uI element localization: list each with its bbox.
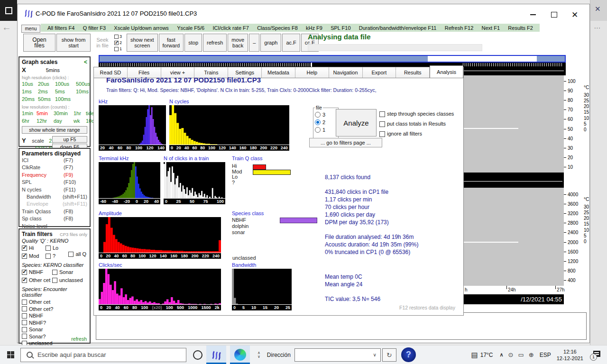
xscale-link[interactable]: 6hr <box>22 117 37 125</box>
deskband-chevrons[interactable]: ∧∨ <box>258 351 260 359</box>
menu-item[interactable]: SPL F10 <box>331 25 350 31</box>
file-radio[interactable]: 2 <box>315 118 337 126</box>
xscale-link[interactable]: day <box>54 117 74 125</box>
menu-item[interactable]: Next F1 <box>482 25 500 31</box>
xscale-link[interactable]: 1ms <box>22 88 38 95</box>
xscale-link[interactable]: 10us <box>22 80 38 88</box>
titlebar[interactable]: C-POD file FaroSanIsidro 2021 12 07 POD2… <box>18 4 589 22</box>
toolbar-button[interactable]: fast forward <box>159 34 184 52</box>
filter-checkbox[interactable]: Other cet <box>22 277 52 284</box>
weather-temperature[interactable]: 17°C <box>480 352 493 358</box>
option-checkbox[interactable]: ignore all filters <box>379 130 454 137</box>
go-to-filters-button[interactable]: ... go to filters page ... <box>309 138 382 147</box>
analyze-button[interactable]: Analyze <box>336 109 377 136</box>
maximize-button[interactable] <box>547 10 561 19</box>
start-button[interactable] <box>7 351 14 358</box>
menu-item[interactable]: Q filter F3 <box>83 25 106 31</box>
menu-item[interactable]: Duration/bandwidth/envelope F11 <box>359 25 437 31</box>
option-checkbox[interactable]: put class totals in Results <box>379 120 454 127</box>
refresh-link[interactable]: refresh <box>71 336 87 342</box>
restore-window-icon[interactable] <box>5 7 12 14</box>
xscale-link[interactable]: 1hr <box>74 109 86 117</box>
power-tray-icon[interactable]: ▭ <box>518 351 524 358</box>
menu-item[interactable]: kHz F9 <box>306 25 322 31</box>
toolbar-button[interactable]: refresh <box>203 34 227 52</box>
filter-checkbox[interactable]: unclassed <box>52 277 87 284</box>
filter-checkbox[interactable]: Mod <box>22 253 46 260</box>
toolbar-button[interactable]: show next screen <box>127 34 158 52</box>
filter-checkbox[interactable]: Other cet <box>22 299 87 306</box>
taskbar-search-input[interactable]: Escribe aquí para buscar <box>20 348 186 362</box>
close-button[interactable]: ✕ <box>568 10 582 19</box>
filter-checkbox[interactable]: NBHF? <box>22 319 87 327</box>
filter-checkbox[interactable]: Hi <box>22 245 46 252</box>
more-options-icon[interactable]: ... <box>594 23 601 30</box>
refresh-button[interactable]: ↻ <box>382 348 396 362</box>
file-select-checkbox[interactable]: 3 <box>114 34 126 39</box>
file-select-checkbox[interactable]: 1 <box>114 46 126 52</box>
sync-tray-icon[interactable]: ⊙ <box>508 351 514 358</box>
menu-button[interactable]: menu <box>21 25 40 33</box>
filter-checkbox[interactable]: Other cet? <box>22 306 87 313</box>
parameter-row[interactable]: ICI(F7) <box>22 157 87 164</box>
cortana-button[interactable] <box>193 350 202 360</box>
toolbar-button[interactable]: – <box>249 34 259 52</box>
menu-item[interactable]: All filters F4 <box>47 25 74 31</box>
show-from-start-button[interactable]: show from start <box>56 34 91 52</box>
position-window[interactable] <box>428 56 537 62</box>
xscale-link[interactable]: 2ms <box>38 88 55 95</box>
file-radio[interactable]: 1 <box>315 126 337 134</box>
filter-checkbox[interactable]: NBHF <box>22 269 52 276</box>
parameter-row[interactable]: N cycles(F11) <box>22 186 87 193</box>
yscale-up-button[interactable]: up F5 <box>52 136 87 143</box>
network-tray-icon[interactable]: ⊕ <box>529 351 534 358</box>
all-q-checkbox[interactable]: all Q <box>68 251 86 258</box>
xscale-link-selected[interactable]: 5min <box>37 109 54 117</box>
xscale-link[interactable]: 20us <box>38 80 55 88</box>
toolbar-button[interactable]: stop <box>184 34 202 52</box>
tab-metadata[interactable]: Metadata <box>262 67 295 78</box>
xscale-link[interactable]: 30min <box>54 109 74 117</box>
open-files-button[interactable]: Open files <box>23 34 55 52</box>
language-indicator[interactable]: ESP <box>540 352 551 358</box>
parameter-row[interactable]: ClkRate(F7) <box>22 164 87 171</box>
menu-item[interactable]: Results F2 <box>508 25 533 31</box>
xscale-link[interactable]: 50ms <box>38 95 55 103</box>
file-position-bar[interactable] <box>99 55 566 63</box>
xscale-link[interactable]: 5ms <box>55 88 76 95</box>
close-icon[interactable]: ✕ <box>595 5 601 13</box>
xscale-link[interactable]: 100ms <box>55 95 76 103</box>
menu-item[interactable]: Refresh F12 <box>445 25 474 31</box>
parameter-row[interactable]: Bandwidth(shift+F11) <box>22 193 87 200</box>
option-checkbox[interactable]: step through species classes <box>379 110 454 118</box>
file-radio[interactable]: 3 <box>315 111 337 118</box>
tab-analysis[interactable]: Analysis <box>430 65 463 78</box>
tab-export[interactable]: Export <box>363 67 396 78</box>
direccion-combobox[interactable]: ∨ <box>294 348 381 362</box>
notification-icon[interactable]: 1 <box>591 351 600 359</box>
toolbar-button[interactable]: graph <box>260 34 281 52</box>
collapse-icon[interactable]: < <box>84 59 87 65</box>
hidden-icons-chevron[interactable]: ∧ <box>500 352 504 358</box>
xscale-link[interactable]: wk <box>74 117 86 125</box>
parameter-row[interactable]: Sp class(F8) <box>22 215 87 222</box>
xscale-link[interactable]: 1min <box>22 109 37 117</box>
parameter-row[interactable]: Frequency(F9) <box>22 172 87 179</box>
xscale-link[interactable]: 20ms <box>22 95 38 103</box>
back-arrow-icon[interactable]: ← <box>2 22 11 33</box>
toolbar-button[interactable]: ac.F <box>282 34 300 52</box>
parameter-row[interactable]: SPL(F10) <box>22 179 87 186</box>
menu-item[interactable]: Yscale F5/6 <box>177 25 204 31</box>
parameter-row[interactable]: Train Qclass(F8) <box>22 208 87 215</box>
news-icon[interactable]: ▤ <box>471 351 478 359</box>
tab-navigation[interactable]: Navigation <box>329 67 363 78</box>
tab-help[interactable]: Help <box>295 67 329 78</box>
xscale-link[interactable]: 500us <box>76 80 90 88</box>
menu-item[interactable]: Class/Species F8 <box>257 25 298 31</box>
xscale-link[interactable]: 100us <box>55 80 76 88</box>
menu-item[interactable]: ICI/click rate F7 <box>212 25 248 31</box>
filter-checkbox[interactable]: Sonar <box>52 269 87 276</box>
help-icon[interactable]: ? <box>401 347 416 362</box>
show-whole-time-range-button[interactable]: show whole time range <box>22 126 87 134</box>
filter-checkbox[interactable]: Lo <box>46 245 71 252</box>
